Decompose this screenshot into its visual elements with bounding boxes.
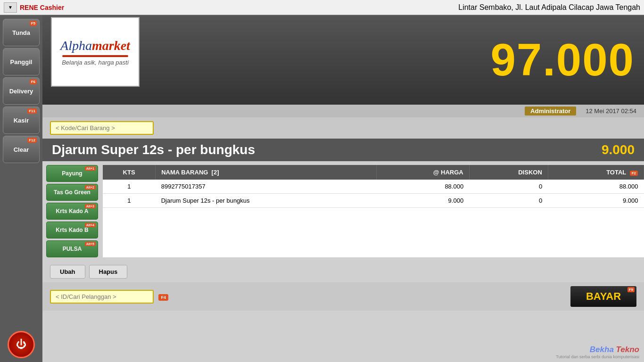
product-price: 9.000 (602, 142, 635, 157)
admin-datetime: 12 Mei 2017 02:54 (586, 107, 636, 115)
product-bar: Djarum Super 12s - per bungkus 9.000 (42, 139, 644, 161)
cell-nama: 8992775017357 (156, 180, 377, 194)
items-table: KTS NAMA BARANG [2] @ HARGA DISKON TOTAL… (103, 165, 644, 208)
quick-btn-krts-kado-a[interactable]: Alt+3 Krts Kado A (46, 203, 98, 220)
customer-input[interactable] (50, 290, 154, 304)
action-bar: Ubah Hapus (42, 261, 644, 282)
logo-tagline: Belanja asik, harga pasti (62, 59, 129, 66)
title-bar: ▼ RENE Cashier Lintar Sembako, Jl. Laut … (0, 0, 644, 15)
logo-market: market (92, 38, 130, 53)
col-total: TOTAL F2 (548, 165, 644, 180)
customer-input-area: F4 (50, 290, 168, 304)
brand-part2: Tekno (616, 345, 639, 354)
f5-badge: F5 (30, 21, 37, 26)
logo-alpha: Alpha (60, 38, 92, 53)
kasir-button[interactable]: F11 Kasir (3, 107, 40, 134)
col-diskon: DISKON (469, 165, 548, 180)
f9-badge: F9 (627, 287, 635, 292)
alt3-badge: Alt+3 (85, 204, 96, 208)
power-icon: ⏻ (16, 338, 26, 351)
panggil-button[interactable]: Panggil (3, 48, 40, 75)
admin-name: Administrator (525, 107, 576, 115)
alt1-badge: Alt+1 (85, 166, 96, 171)
cell-diskon: 0 (469, 194, 548, 208)
power-button[interactable]: ⏻ (8, 331, 35, 358)
quick-btn-payung[interactable]: Alt+1 Payung (46, 165, 98, 182)
f4-badge: F4 (158, 294, 168, 301)
logo-underline (62, 55, 128, 57)
chevron-down-icon: ▼ (8, 5, 13, 10)
product-name: Djarum Super 12s - per bungkus (52, 142, 255, 157)
watermark: Bekha Tekno Tutorial dan serba serbi dun… (556, 345, 639, 359)
col-kts: KTS (103, 165, 156, 180)
ubah-button[interactable]: Ubah (50, 265, 85, 279)
brand-tagline: Tutorial dan serba serbi dunia komputeri… (556, 354, 639, 359)
f12-badge: F12 (27, 138, 37, 143)
cell-diskon: 0 (469, 180, 548, 194)
table-row[interactable]: 1 8992775017357 88.000 0 88.000 (103, 180, 644, 194)
app-title: RENE Cashier (20, 4, 64, 11)
quick-btn-tas-go-green[interactable]: Alt+2 Tas Go Green (46, 184, 98, 201)
customer-bar: F4 F9 BAYAR Bekha Tekno Tutorial dan ser… (42, 282, 644, 311)
quick-buttons: Alt+1 Payung Alt+2 Tas Go Green Alt+3 Kr… (46, 165, 103, 257)
cell-nama: Djarum Super 12s - per bungkus (156, 194, 377, 208)
delivery-button[interactable]: F6 Delivery (3, 77, 40, 105)
col-harga: @ HARGA (376, 165, 469, 180)
admin-bar: Administrator 12 Mei 2017 02:54 (42, 105, 644, 117)
cell-kts: 1 (103, 180, 156, 194)
table-row[interactable]: 1 Djarum Super 12s - per bungkus 9.000 0… (103, 194, 644, 208)
total-amount: 97.000 (490, 34, 635, 86)
alt2-badge: Alt+2 (85, 185, 96, 189)
cell-total: 88.000 (548, 180, 644, 194)
alt4-badge: Alt+4 (85, 223, 96, 227)
table-area: KTS NAMA BARANG [2] @ HARGA DISKON TOTAL… (103, 165, 644, 257)
store-info: Lintar Sembako, Jl. Laut Adipala Cilacap… (458, 3, 640, 12)
hapus-button[interactable]: Hapus (89, 265, 128, 279)
window-dropdown[interactable]: ▼ (4, 2, 17, 13)
brand-name: Bekha Tekno (556, 345, 639, 354)
alt5-badge: Alt+5 (85, 242, 96, 246)
cell-harga: 9.000 (376, 194, 469, 208)
quick-area: Alt+1 Payung Alt+2 Tas Go Green Alt+3 Kr… (42, 161, 644, 261)
cell-kts: 1 (103, 194, 156, 208)
quick-btn-krts-kado-b[interactable]: Alt+4 Krts Kado B (46, 222, 98, 239)
cell-harga: 88.000 (376, 180, 469, 194)
bayar-button[interactable]: F9 BAYAR (570, 286, 636, 307)
logo-text: Alphamarket (60, 38, 130, 53)
f6-badge: F6 (30, 79, 37, 84)
cell-total: 9.000 (548, 194, 644, 208)
clear-button[interactable]: F12 Clear (3, 136, 40, 163)
search-bar (42, 117, 644, 139)
search-input[interactable] (50, 121, 154, 135)
tunda-button[interactable]: F5 Tunda (3, 19, 40, 46)
f2-badge: F2 (630, 171, 638, 176)
sidebar: F5 Tunda Panggil F6 Delivery F11 Kasir F… (0, 15, 42, 362)
f11-badge: F11 (27, 108, 37, 114)
logo-area: Alphamarket Belanja asik, harga pasti (51, 17, 140, 87)
quick-btn-pulsa[interactable]: Alt+5 PULSA (46, 240, 98, 257)
col-nama: NAMA BARANG [2] (156, 165, 377, 180)
brand-part1: Bekha (590, 345, 616, 354)
bayar-label: BAYAR (586, 290, 621, 302)
